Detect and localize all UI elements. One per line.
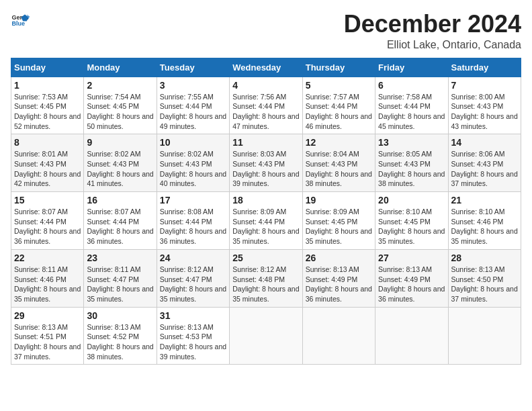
svg-text:Blue: Blue — [11, 20, 25, 27]
day-info: Sunrise: 8:02 AMSunset: 4:43 PMDaylight:… — [87, 149, 153, 189]
day-info: Sunrise: 8:06 AMSunset: 4:43 PMDaylight:… — [451, 149, 518, 189]
day-number: 16 — [87, 195, 153, 205]
day-info: Sunrise: 8:07 AMSunset: 4:44 PMDaylight:… — [14, 207, 81, 246]
day-info: Sunrise: 8:09 AMSunset: 4:45 PMDaylight:… — [306, 207, 372, 246]
day-info: Sunrise: 8:13 AMSunset: 4:53 PMDaylight:… — [160, 322, 226, 362]
day-number: 22 — [14, 253, 81, 263]
table-row: 30Sunrise: 8:13 AMSunset: 4:52 PMDayligh… — [84, 307, 157, 365]
table-row — [302, 307, 375, 365]
table-row — [230, 307, 302, 365]
table-row: 12Sunrise: 8:04 AMSunset: 4:43 PMDayligh… — [302, 134, 375, 192]
day-info: Sunrise: 8:13 AMSunset: 4:52 PMDaylight:… — [87, 322, 153, 362]
day-info: Sunrise: 7:57 AMSunset: 4:44 PMDaylight:… — [306, 92, 372, 132]
generalblue-logo-icon: General Blue — [11, 11, 30, 30]
day-number: 11 — [232, 137, 299, 148]
day-info: Sunrise: 8:13 AMSunset: 4:49 PMDaylight:… — [378, 265, 445, 304]
day-info: Sunrise: 8:10 AMSunset: 4:45 PMDaylight:… — [378, 207, 445, 246]
day-number: 21 — [451, 195, 518, 205]
table-row — [448, 307, 521, 365]
table-row: 31Sunrise: 8:13 AMSunset: 4:53 PMDayligh… — [157, 307, 229, 365]
table-row — [375, 307, 448, 365]
day-number: 20 — [378, 195, 445, 205]
table-row: 1Sunrise: 7:53 AMSunset: 4:45 PMDaylight… — [11, 77, 84, 134]
day-info: Sunrise: 8:13 AMSunset: 4:49 PMDaylight:… — [306, 265, 372, 304]
day-info: Sunrise: 7:56 AMSunset: 4:44 PMDaylight:… — [232, 92, 299, 132]
table-row: 4Sunrise: 7:56 AMSunset: 4:44 PMDaylight… — [230, 77, 302, 134]
day-info: Sunrise: 7:53 AMSunset: 4:45 PMDaylight:… — [14, 92, 81, 132]
location-title: Elliot Lake, Ontario, Canada — [344, 39, 521, 51]
day-info: Sunrise: 8:04 AMSunset: 4:43 PMDaylight:… — [306, 149, 372, 189]
logo: General Blue — [11, 11, 30, 30]
day-number: 15 — [14, 195, 81, 205]
day-info: Sunrise: 8:09 AMSunset: 4:44 PMDaylight:… — [232, 207, 299, 246]
table-row: 3Sunrise: 7:55 AMSunset: 4:44 PMDaylight… — [157, 77, 229, 134]
table-row: 28Sunrise: 8:13 AMSunset: 4:50 PMDayligh… — [448, 249, 521, 307]
table-row: 18Sunrise: 8:09 AMSunset: 4:44 PMDayligh… — [230, 192, 302, 250]
day-number: 8 — [14, 137, 81, 148]
table-row: 27Sunrise: 8:13 AMSunset: 4:49 PMDayligh… — [375, 249, 448, 307]
day-info: Sunrise: 7:58 AMSunset: 4:44 PMDaylight:… — [378, 92, 445, 132]
table-row: 9Sunrise: 8:02 AMSunset: 4:43 PMDaylight… — [84, 134, 157, 192]
day-info: Sunrise: 8:03 AMSunset: 4:43 PMDaylight:… — [232, 149, 299, 189]
col-monday: Monday — [84, 58, 157, 77]
col-thursday: Thursday — [302, 58, 375, 77]
table-row: 11Sunrise: 8:03 AMSunset: 4:43 PMDayligh… — [230, 134, 302, 192]
table-row: 25Sunrise: 8:12 AMSunset: 4:48 PMDayligh… — [230, 249, 302, 307]
day-number: 6 — [378, 80, 445, 91]
day-number: 27 — [378, 253, 445, 263]
table-row: 20Sunrise: 8:10 AMSunset: 4:45 PMDayligh… — [375, 192, 448, 250]
table-row: 14Sunrise: 8:06 AMSunset: 4:43 PMDayligh… — [448, 134, 521, 192]
table-row: 21Sunrise: 8:10 AMSunset: 4:46 PMDayligh… — [448, 192, 521, 250]
day-number: 26 — [306, 253, 372, 263]
day-number: 23 — [87, 253, 153, 263]
table-row: 10Sunrise: 8:02 AMSunset: 4:43 PMDayligh… — [157, 134, 229, 192]
day-info: Sunrise: 8:13 AMSunset: 4:51 PMDaylight:… — [14, 322, 81, 362]
day-number: 10 — [160, 137, 226, 148]
day-number: 25 — [232, 253, 299, 263]
day-number: 29 — [14, 310, 81, 321]
day-info: Sunrise: 8:10 AMSunset: 4:46 PMDaylight:… — [451, 207, 518, 246]
table-row: 29Sunrise: 8:13 AMSunset: 4:51 PMDayligh… — [11, 307, 84, 365]
day-number: 4 — [232, 80, 299, 91]
day-info: Sunrise: 8:01 AMSunset: 4:43 PMDaylight:… — [14, 149, 81, 189]
table-row: 22Sunrise: 8:11 AMSunset: 4:46 PMDayligh… — [11, 249, 84, 307]
day-info: Sunrise: 8:07 AMSunset: 4:44 PMDaylight:… — [87, 207, 153, 246]
table-row: 19Sunrise: 8:09 AMSunset: 4:45 PMDayligh… — [302, 192, 375, 250]
table-row: 24Sunrise: 8:12 AMSunset: 4:47 PMDayligh… — [157, 249, 229, 307]
table-row: 17Sunrise: 8:08 AMSunset: 4:44 PMDayligh… — [157, 192, 229, 250]
col-saturday: Saturday — [448, 58, 521, 77]
col-wednesday: Wednesday — [230, 58, 302, 77]
day-number: 18 — [232, 195, 299, 205]
day-number: 24 — [160, 253, 226, 263]
day-info: Sunrise: 7:54 AMSunset: 4:45 PMDaylight:… — [87, 92, 153, 132]
table-row: 7Sunrise: 8:00 AMSunset: 4:43 PMDaylight… — [448, 77, 521, 134]
day-number: 28 — [451, 253, 518, 263]
table-row: 16Sunrise: 8:07 AMSunset: 4:44 PMDayligh… — [84, 192, 157, 250]
day-info: Sunrise: 8:12 AMSunset: 4:47 PMDaylight:… — [160, 265, 226, 304]
day-info: Sunrise: 8:02 AMSunset: 4:43 PMDaylight:… — [160, 149, 226, 189]
month-title: December 2024 — [344, 11, 521, 38]
day-info: Sunrise: 8:00 AMSunset: 4:43 PMDaylight:… — [451, 92, 518, 132]
table-row: 2Sunrise: 7:54 AMSunset: 4:45 PMDaylight… — [84, 77, 157, 134]
day-number: 13 — [378, 137, 445, 148]
day-number: 12 — [306, 137, 372, 148]
table-row: 5Sunrise: 7:57 AMSunset: 4:44 PMDaylight… — [302, 77, 375, 134]
table-row: 23Sunrise: 8:11 AMSunset: 4:47 PMDayligh… — [84, 249, 157, 307]
day-info: Sunrise: 8:12 AMSunset: 4:48 PMDaylight:… — [232, 265, 299, 304]
day-number: 17 — [160, 195, 226, 205]
table-row: 26Sunrise: 8:13 AMSunset: 4:49 PMDayligh… — [302, 249, 375, 307]
table-row: 6Sunrise: 7:58 AMSunset: 4:44 PMDaylight… — [375, 77, 448, 134]
table-row: 15Sunrise: 8:07 AMSunset: 4:44 PMDayligh… — [11, 192, 84, 250]
day-info: Sunrise: 8:13 AMSunset: 4:50 PMDaylight:… — [451, 265, 518, 304]
day-number: 30 — [87, 310, 153, 321]
day-number: 31 — [160, 310, 226, 321]
col-sunday: Sunday — [11, 58, 84, 77]
day-info: Sunrise: 8:11 AMSunset: 4:47 PMDaylight:… — [87, 265, 153, 304]
day-number: 7 — [451, 80, 518, 91]
day-info: Sunrise: 8:05 AMSunset: 4:43 PMDaylight:… — [378, 149, 445, 189]
day-info: Sunrise: 8:11 AMSunset: 4:46 PMDaylight:… — [14, 265, 81, 304]
day-number: 5 — [306, 80, 372, 91]
day-info: Sunrise: 8:08 AMSunset: 4:44 PMDaylight:… — [160, 207, 226, 246]
day-number: 1 — [14, 80, 81, 91]
day-number: 2 — [87, 80, 153, 91]
